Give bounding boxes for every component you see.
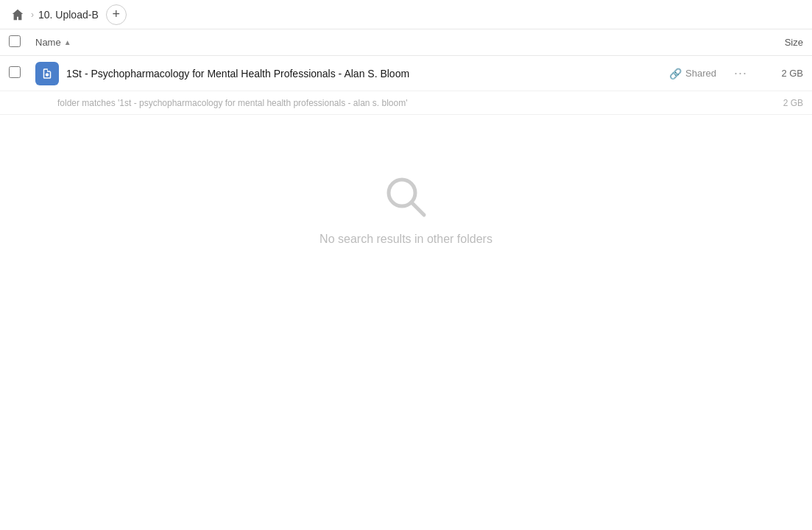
home-button[interactable]	[9, 6, 27, 24]
folder-match-size: 2 GB	[759, 98, 803, 108]
file-checkbox[interactable]	[9, 66, 21, 78]
link-icon: 🔗	[669, 68, 682, 80]
svg-line-1	[412, 202, 424, 215]
file-size: 2 GB	[759, 68, 803, 79]
file-name[interactable]: 1St - Psychopharmacology for Mental Heal…	[66, 68, 669, 80]
shared-badge[interactable]: 🔗 Shared	[669, 68, 716, 80]
column-header: Name ▲ Size	[0, 29, 812, 56]
name-column-header[interactable]: Name ▲	[35, 37, 744, 48]
add-button[interactable]: +	[106, 4, 127, 25]
empty-state-message: No search results in other folders	[319, 233, 493, 246]
select-all-checkbox[interactable]	[9, 35, 21, 47]
file-type-icon	[35, 62, 59, 85]
shared-label: Shared	[685, 68, 716, 79]
more-options-button[interactable]: ···	[728, 63, 753, 84]
select-all-checkbox-container	[9, 35, 35, 49]
folder-match-row: folder matches '1st - psychopharmacology…	[0, 91, 812, 115]
breadcrumb-current-folder[interactable]: 10. Upload-B	[38, 9, 99, 21]
empty-search-icon	[383, 174, 430, 221]
breadcrumb-separator: ›	[31, 10, 34, 20]
empty-state: No search results in other folders	[0, 115, 812, 305]
file-row: 1St - Psychopharmacology for Mental Heal…	[0, 56, 812, 91]
breadcrumb-bar: › 10. Upload-B +	[0, 0, 812, 29]
size-column-header: Size	[744, 37, 803, 48]
folder-match-text: folder matches '1st - psychopharmacology…	[57, 98, 759, 108]
sort-icon: ▲	[64, 38, 71, 46]
file-checkbox-container	[9, 66, 35, 80]
